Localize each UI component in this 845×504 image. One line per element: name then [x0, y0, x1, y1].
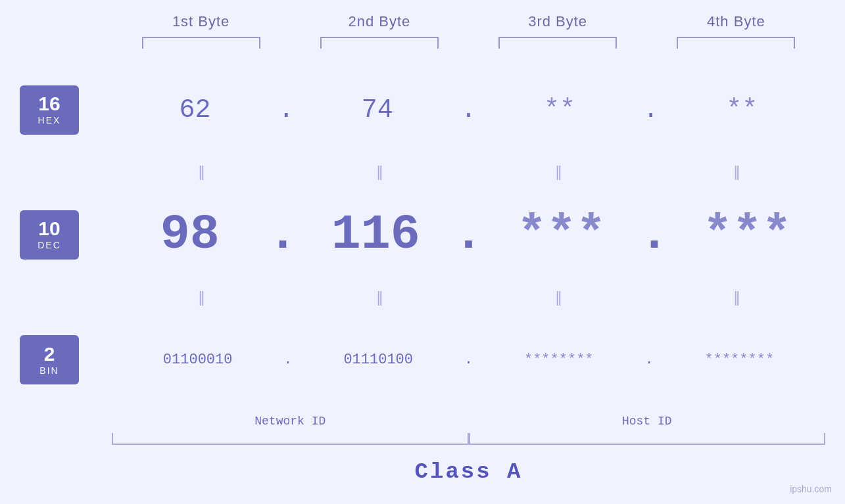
dec-base-number: 10: [38, 219, 60, 239]
bin-dot1: .: [283, 352, 292, 368]
equals-row-2: ‖ ‖ ‖ ‖: [112, 286, 825, 309]
dec-byte4-value: ***: [703, 207, 792, 263]
bin-byte2-cell: 01110100: [293, 352, 464, 368]
dec-byte1-value: 98: [160, 207, 220, 263]
hex-dot2: .: [460, 95, 476, 125]
hex-byte3-value: **: [544, 95, 575, 125]
bin-byte3-cell: ********: [473, 352, 644, 368]
equals-1-byte1: ‖: [112, 161, 290, 183]
dec-byte3-value: ***: [517, 207, 606, 263]
dec-byte2-cell: 116: [298, 207, 454, 263]
dec-byte4-cell: ***: [669, 207, 825, 263]
bin-byte3-value: ********: [524, 352, 594, 368]
dec-byte3-cell: ***: [483, 207, 639, 263]
equals-2-byte3: ‖: [469, 286, 647, 309]
main-container: 1st Byte 2nd Byte 3rd Byte 4th Byte 16 H…: [0, 0, 845, 504]
hex-byte4-cell: **: [659, 95, 825, 125]
bottom-bracket-host: [469, 433, 826, 445]
equals-row-1: ‖ ‖ ‖ ‖: [112, 161, 825, 183]
hex-byte3-cell: **: [477, 95, 643, 125]
top-brackets: [112, 37, 825, 49]
equals-2-byte1: ‖: [112, 286, 290, 309]
equals-1-byte2: ‖: [290, 161, 468, 183]
bracket-1: [142, 37, 260, 49]
network-id-label-cell: Network ID: [112, 415, 469, 428]
id-labels-row: Network ID Host ID: [112, 415, 825, 428]
bracket-cell-2: [290, 37, 468, 49]
hex-byte2-value: 74: [362, 95, 393, 125]
dec-dot2: .: [454, 207, 483, 263]
bracket-3: [498, 37, 617, 49]
bin-dot3: .: [644, 352, 653, 368]
bin-byte1-value: 01100010: [163, 352, 233, 368]
hex-base-number: 16: [38, 94, 60, 114]
bracket-cell-4: [647, 37, 825, 49]
byte2-header: 2nd Byte: [290, 13, 468, 30]
dec-badge: 10 DEC: [20, 210, 79, 260]
bin-byte2-value: 01110100: [343, 352, 413, 368]
hex-byte4-value: **: [726, 95, 758, 125]
bin-values: 01100010 . 01110100 . ******** . *******…: [112, 352, 825, 368]
host-id-label-cell: Host ID: [469, 415, 826, 428]
hex-byte1-value: 62: [180, 95, 211, 125]
hex-badge: 16 HEX: [20, 85, 79, 135]
bin-byte1-cell: 01100010: [112, 352, 283, 368]
dec-row: 10 DEC 98 . 116 . *** . ***: [20, 183, 825, 286]
watermark: ipshu.com: [790, 484, 832, 494]
bottom-bracket-network: [112, 433, 469, 445]
bin-row: 2 BIN 01100010 . 01110100 . ******** . *…: [20, 309, 825, 411]
bin-byte4-cell: ********: [654, 352, 825, 368]
dec-base-label: DEC: [37, 240, 61, 250]
hex-dot1: .: [278, 95, 294, 125]
bottom-section: Network ID Host ID Class A: [112, 415, 825, 491]
byte3-header: 3rd Byte: [469, 13, 647, 30]
dec-dot3: .: [639, 207, 669, 263]
class-label: Class A: [112, 453, 825, 491]
bin-byte4-value: ********: [705, 352, 775, 368]
dec-values: 98 . 116 . *** . ***: [112, 207, 825, 263]
bracket-2: [320, 37, 439, 49]
bracket-cell-1: [112, 37, 290, 49]
host-id-label: Host ID: [622, 415, 672, 428]
equals-1-byte4: ‖: [647, 161, 825, 183]
equals-2-byte2: ‖: [290, 286, 468, 309]
hex-dot3: .: [643, 95, 659, 125]
bin-base-number: 2: [44, 344, 55, 364]
hex-byte2-cell: 74: [294, 95, 460, 125]
network-id-label: Network ID: [254, 415, 326, 428]
dec-byte2-value: 116: [331, 207, 420, 263]
byte1-header: 1st Byte: [112, 13, 290, 30]
bracket-4: [677, 37, 795, 49]
bin-dot2: .: [464, 352, 473, 368]
hex-byte1-cell: 62: [112, 95, 278, 125]
bin-base-label: BIN: [39, 365, 59, 376]
equals-1-byte3: ‖: [469, 161, 647, 183]
dec-dot1: .: [268, 207, 297, 263]
bin-badge: 2 BIN: [20, 335, 79, 384]
equals-2-byte4: ‖: [647, 286, 825, 309]
hex-values: 62 . 74 . ** . **: [112, 95, 825, 125]
dec-byte1-cell: 98: [112, 207, 268, 263]
hex-base-label: HEX: [38, 115, 61, 126]
byte4-header: 4th Byte: [647, 13, 825, 30]
bottom-brackets-row: [112, 433, 825, 445]
hex-row: 16 HEX 62 . 74 . ** . **: [20, 58, 825, 161]
byte-headers: 1st Byte 2nd Byte 3rd Byte 4th Byte: [112, 13, 825, 30]
bracket-cell-3: [469, 37, 647, 49]
